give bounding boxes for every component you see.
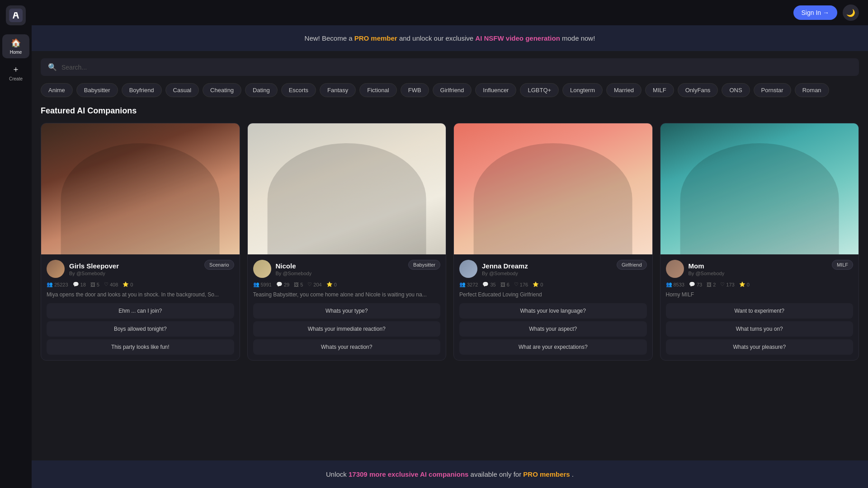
card-desc-1: Teasing Babysitter, you come home alone … bbox=[253, 291, 441, 299]
sidebar-item-home[interactable]: 🏠 Home bbox=[2, 34, 29, 58]
companion-card-3[interactable]: Mom By @Somebody MILF 👥 8533 💬 73 🖼 2 ♡ … bbox=[660, 123, 859, 361]
category-babysitter[interactable]: Babysitter bbox=[76, 83, 118, 97]
card-body-3: Mom By @Somebody MILF 👥 8533 💬 73 🖼 2 ♡ … bbox=[660, 254, 859, 360]
card-action-1-2[interactable]: Whats your reaction? bbox=[253, 339, 441, 355]
featured-title: Featured AI Companions bbox=[41, 106, 859, 116]
card-action-2-0[interactable]: Whats your love language? bbox=[459, 303, 647, 319]
card-desc-0: Miya opens the door and looks at you in … bbox=[47, 291, 234, 299]
app-layout: 🏠 Home ＋ Create Sign In → 🌙 New! Become … bbox=[0, 0, 868, 488]
companion-card-2[interactable]: Jenna Dreamz By @Somebody Girlfriend 👥 3… bbox=[453, 123, 653, 361]
avatar-2 bbox=[459, 260, 477, 278]
sign-in-button[interactable]: Sign In → bbox=[793, 5, 837, 20]
card-name-3: Mom bbox=[689, 262, 725, 270]
card-avatar-name-0: Girls Sleepover By @Somebody bbox=[47, 260, 119, 278]
bottom-suffix: . bbox=[572, 470, 574, 478]
stat-likes-0: ♡ 408 bbox=[104, 282, 118, 287]
category-fictional[interactable]: Fictional bbox=[359, 83, 396, 97]
card-actions-3: Want to experiment? What turns you on? W… bbox=[666, 303, 854, 355]
bottom-middle: more exclusive AI companions bbox=[369, 470, 469, 478]
card-header-2: Jenna Dreamz By @Somebody Girlfriend bbox=[459, 260, 647, 278]
card-action-2-1[interactable]: Whats your aspect? bbox=[459, 321, 647, 337]
dark-mode-button[interactable]: 🌙 bbox=[843, 5, 859, 21]
stat-likes-2: ♡ 176 bbox=[514, 282, 528, 287]
category-escorts[interactable]: Escorts bbox=[281, 83, 316, 97]
search-input[interactable] bbox=[61, 64, 852, 71]
card-by-3: By @Somebody bbox=[689, 271, 725, 276]
category-roman[interactable]: Roman bbox=[795, 83, 829, 97]
card-name-2: Jenna Dreamz bbox=[482, 262, 528, 270]
category-lgbtq[interactable]: LGBTQ+ bbox=[520, 83, 559, 97]
card-badge-1: Babysitter bbox=[408, 260, 440, 270]
stat-score-2: ⭐ 0 bbox=[533, 282, 543, 287]
card-action-0-2[interactable]: This party looks like fun! bbox=[47, 339, 234, 355]
avatar-1 bbox=[253, 260, 271, 278]
stat-users-2: 👥 3272 bbox=[459, 282, 478, 287]
stat-score-1: ⭐ 0 bbox=[326, 282, 337, 287]
card-action-3-0[interactable]: Want to experiment? bbox=[666, 303, 854, 319]
category-anime[interactable]: Anime bbox=[41, 83, 73, 97]
card-by-0: By @Somebody bbox=[69, 271, 119, 276]
card-actions-0: Ehm ... can I join? Boys allowed tonight… bbox=[47, 303, 234, 355]
stat-users-1: 👥 5991 bbox=[253, 282, 272, 287]
card-action-3-1[interactable]: What turns you on? bbox=[666, 321, 854, 337]
category-married[interactable]: Married bbox=[606, 83, 642, 97]
bottom-banner: Unlock 17309 more exclusive AI companion… bbox=[32, 460, 868, 488]
stat-likes-1: ♡ 204 bbox=[307, 282, 321, 287]
card-body-2: Jenna Dreamz By @Somebody Girlfriend 👥 3… bbox=[454, 254, 652, 360]
banner-suffix: mode now! bbox=[562, 34, 595, 42]
stat-score-3: ⭐ 0 bbox=[739, 282, 750, 287]
card-action-2-2[interactable]: What are your expectations? bbox=[459, 339, 647, 355]
card-stats-0: 👥 25223 💬 18 🖼 5 ♡ 408 ⭐ 0 bbox=[47, 282, 234, 287]
card-action-1-1[interactable]: Whats your immediate reaction? bbox=[253, 321, 441, 337]
companion-card-0[interactable]: Girls Sleepover By @Somebody Scenario 👥 … bbox=[41, 123, 240, 361]
home-icon: 🏠 bbox=[11, 38, 21, 48]
card-action-1-0[interactable]: Whats your type? bbox=[253, 303, 441, 319]
card-avatar-name-2: Jenna Dreamz By @Somebody bbox=[459, 260, 528, 278]
banner-pro-member: PRO member bbox=[354, 34, 397, 42]
stat-users-3: 👥 8533 bbox=[666, 282, 684, 287]
companion-card-1[interactable]: Nicole By @Somebody Babysitter 👥 5991 💬 … bbox=[247, 123, 447, 361]
card-by-1: By @Somebody bbox=[276, 271, 312, 276]
category-dating[interactable]: Dating bbox=[245, 83, 278, 97]
sidebar-item-home-label: Home bbox=[10, 50, 22, 55]
card-actions-1: Whats your type? Whats your immediate re… bbox=[253, 303, 441, 355]
category-longterm[interactable]: Longterm bbox=[562, 83, 603, 97]
category-girlfriend[interactable]: Girlfriend bbox=[433, 83, 472, 97]
category-milf[interactable]: MILF bbox=[645, 83, 674, 97]
category-ons[interactable]: ONS bbox=[722, 83, 750, 97]
stat-images-2: 🖼 6 bbox=[500, 282, 509, 287]
stat-images-3: 🖼 2 bbox=[707, 282, 716, 287]
card-action-0-0[interactable]: Ehm ... can I join? bbox=[47, 303, 234, 319]
bottom-pro: PRO members bbox=[523, 470, 570, 478]
category-onlyfans[interactable]: OnlyFans bbox=[678, 83, 718, 97]
stat-chats-3: 💬 73 bbox=[689, 282, 702, 287]
card-header-0: Girls Sleepover By @Somebody Scenario bbox=[47, 260, 234, 278]
card-action-0-1[interactable]: Boys allowed tonight? bbox=[47, 321, 234, 337]
category-casual[interactable]: Casual bbox=[165, 83, 199, 97]
avatar-0 bbox=[47, 260, 65, 278]
banner-prefix: New! Become a bbox=[305, 34, 354, 42]
category-pornstar[interactable]: Pornstar bbox=[754, 83, 791, 97]
card-name-0: Girls Sleepover bbox=[69, 262, 119, 270]
card-body-1: Nicole By @Somebody Babysitter 👥 5991 💬 … bbox=[248, 254, 446, 360]
sidebar-item-create[interactable]: ＋ Create bbox=[2, 60, 29, 85]
category-influencer[interactable]: Influencer bbox=[475, 83, 516, 97]
search-icon: 🔍 bbox=[48, 63, 57, 71]
category-cheating[interactable]: Cheating bbox=[203, 83, 241, 97]
avatar-3 bbox=[666, 260, 684, 278]
app-logo bbox=[6, 5, 26, 25]
card-stats-2: 👥 3272 💬 35 🖼 6 ♡ 176 ⭐ 0 bbox=[459, 282, 647, 287]
card-badge-2: Girlfriend bbox=[617, 260, 647, 270]
card-avatar-name-1: Nicole By @Somebody bbox=[253, 260, 312, 278]
category-fantasy[interactable]: Fantasy bbox=[320, 83, 356, 97]
stat-chats-0: 💬 18 bbox=[73, 282, 86, 287]
card-header-1: Nicole By @Somebody Babysitter bbox=[253, 260, 441, 278]
top-banner: New! Become a PRO member and unlock our … bbox=[32, 25, 868, 51]
sidebar-item-create-label: Create bbox=[9, 76, 23, 81]
stat-images-0: 🖼 5 bbox=[90, 282, 99, 287]
card-by-2: By @Somebody bbox=[482, 271, 528, 276]
category-fwb[interactable]: FWB bbox=[401, 83, 429, 97]
category-boyfriend[interactable]: Boyfriend bbox=[122, 83, 162, 97]
card-stats-1: 👥 5991 💬 29 🖼 5 ♡ 204 ⭐ 0 bbox=[253, 282, 441, 287]
card-action-3-2[interactable]: Whats your pleasure? bbox=[666, 339, 854, 355]
